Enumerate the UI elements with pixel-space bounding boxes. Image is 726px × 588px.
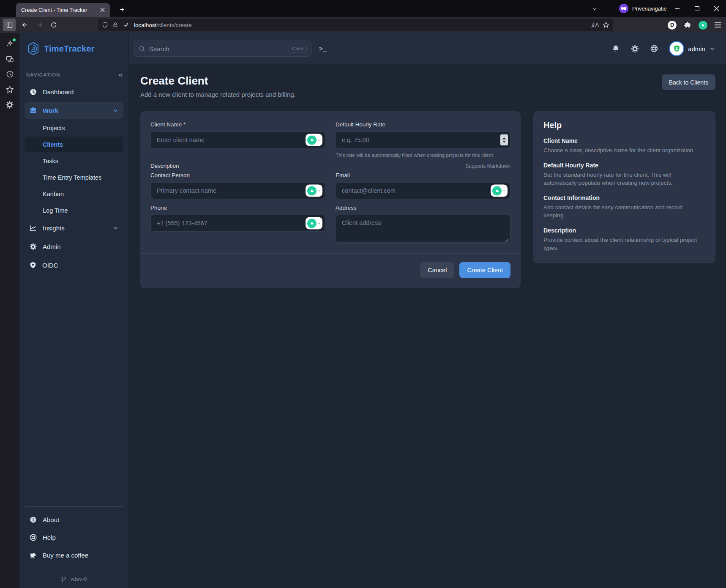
nordpass-autofill-icon[interactable] — [306, 134, 322, 146]
url-text[interactable]: localhost/clients/create — [134, 22, 587, 28]
back-icon[interactable] — [19, 19, 31, 31]
search-input[interactable] — [149, 45, 285, 52]
tracking-protection-shield-icon[interactable] — [102, 22, 108, 28]
bookmark-star-icon[interactable] — [603, 22, 609, 28]
url-bar[interactable]: localhost/clients/create 文A — [98, 19, 613, 31]
global-search[interactable]: Ctrl+/ — [134, 41, 311, 57]
sidebar-item-tasks[interactable]: Tasks — [25, 153, 123, 169]
resize-handle-icon[interactable] — [505, 238, 509, 242]
history-clock-icon[interactable] — [5, 70, 14, 79]
number-spinner[interactable] — [500, 134, 508, 145]
extension-d-icon[interactable]: D — [668, 21, 677, 30]
window-maximize-button[interactable] — [687, 0, 707, 17]
browser-toolbar: localhost/clients/create 文A D — [0, 17, 726, 33]
sidebar-item-time-entry-templates[interactable]: Time Entry Templates — [25, 170, 123, 185]
settings-gear-icon[interactable] — [5, 100, 14, 109]
phone-label: Phone — [150, 205, 325, 211]
new-tab-button[interactable]: + — [116, 4, 128, 16]
cancel-button[interactable]: Cancel — [420, 262, 454, 278]
hourly-rate-input[interactable] — [336, 131, 510, 148]
help-section-body: Add contact details for easy communicati… — [543, 203, 705, 220]
create-client-button[interactable]: Create Client — [459, 262, 510, 278]
synced-tabs-icon[interactable] — [5, 55, 14, 63]
user-menu[interactable]: admin — [669, 41, 715, 56]
forward-icon[interactable] — [33, 19, 46, 31]
browser-tab-bar: Create Client - Time Tracker + Privénavi… — [0, 0, 726, 17]
address-textarea[interactable] — [336, 215, 510, 243]
app-version: vdev-0 — [19, 572, 128, 582]
nordpass-autofill-icon[interactable] — [491, 185, 508, 197]
help-section-body: Choose a clear, descriptive name for the… — [543, 146, 705, 155]
sidebar-item-about[interactable]: About — [25, 511, 123, 528]
connection-lock-icon[interactable] — [112, 22, 119, 28]
firefox-sidebar-strip — [0, 33, 19, 588]
sidebar-item-log-time[interactable]: Log Time — [25, 202, 123, 218]
contact-person-label: Contact Person — [150, 172, 325, 178]
hourly-rate-helper: This rate will be automatically filled w… — [336, 152, 510, 158]
contact-person-input[interactable] — [150, 182, 325, 199]
sidebar-item-clients[interactable]: Clients — [25, 137, 123, 152]
notification-dot — [13, 38, 16, 41]
sidebar-item-projects[interactable]: Projects — [25, 120, 123, 136]
window-close-button[interactable] — [707, 0, 726, 17]
menu-hamburger-icon[interactable] — [715, 22, 721, 27]
sidebar-item-help[interactable]: Help — [25, 529, 123, 546]
tab-close-icon[interactable] — [98, 6, 106, 14]
user-name: admin — [688, 45, 705, 52]
client-name-input[interactable] — [150, 131, 325, 148]
chart-line-icon — [29, 224, 37, 232]
markdown-note: Supports Markdown — [465, 163, 510, 169]
globe-icon[interactable] — [650, 44, 658, 53]
bell-icon[interactable] — [611, 44, 620, 53]
search-shortcut-badge: Ctrl+/ — [289, 45, 307, 52]
help-section-body: Provide context about the client relatio… — [543, 236, 705, 252]
back-to-clients-button[interactable]: Back to Clients — [662, 74, 715, 90]
description-label: Description — [150, 163, 179, 169]
search-icon — [139, 45, 145, 52]
shield-icon — [29, 261, 37, 269]
help-section-title: Contact Information — [543, 194, 705, 201]
life-buoy-icon — [29, 533, 37, 542]
brand-name: TimeTracker — [44, 44, 95, 54]
bookmarks-star-icon[interactable] — [5, 85, 14, 94]
info-icon — [29, 516, 37, 524]
extensions-puzzle-icon[interactable] — [684, 21, 691, 29]
nordpass-extension-icon[interactable] — [699, 21, 707, 30]
gear-icon — [29, 243, 37, 251]
app-sidebar: TimeTracker NAVIGATION « Dashboard Work … — [19, 33, 129, 588]
briefcase-icon — [29, 107, 37, 115]
ai-sparkle-icon[interactable] — [5, 39, 14, 48]
sidebar-item-kanban[interactable]: Kanban — [25, 186, 123, 202]
dashboard-icon — [29, 88, 37, 96]
private-mask-icon — [619, 4, 628, 13]
sidebar-item-insights[interactable]: Insights — [25, 219, 123, 236]
permissions-icon[interactable] — [123, 22, 130, 28]
branch-icon — [61, 576, 67, 582]
sidebar-item-work[interactable]: Work — [25, 102, 123, 119]
browser-tab[interactable]: Create Client - Time Tracker — [16, 3, 110, 17]
gear-icon[interactable] — [630, 44, 639, 53]
reload-icon[interactable] — [47, 19, 60, 31]
help-title: Help — [543, 120, 705, 130]
help-section-body: Set the standard hourly rate for this cl… — [543, 171, 705, 187]
sidebar-item-admin[interactable]: Admin — [25, 238, 123, 255]
coffee-cup-icon — [29, 551, 37, 559]
sidebar-toggle-icon[interactable] — [3, 19, 16, 31]
chevron-down-icon — [709, 46, 715, 52]
sidebar-collapse-icon[interactable]: « — [119, 71, 123, 78]
nordpass-autofill-icon[interactable] — [306, 217, 322, 230]
app-header: Ctrl+/ >_ admin — [129, 33, 726, 64]
sidebar-item-buy-me-a-coffee[interactable]: Buy me a coffee — [25, 547, 123, 563]
sidebar-item-dashboard[interactable]: Dashboard — [25, 83, 123, 100]
email-input[interactable] — [336, 182, 510, 199]
nordpass-autofill-icon[interactable] — [306, 185, 322, 197]
phone-input[interactable] — [150, 215, 325, 232]
sidebar-item-oidc[interactable]: OIDC — [25, 257, 123, 273]
client-name-label: Client Name * — [150, 121, 325, 128]
help-section-title: Default Hourly Rate — [543, 162, 705, 169]
terminal-icon[interactable]: >_ — [319, 45, 327, 52]
window-minimize-button[interactable] — [668, 0, 687, 17]
address-label: Address — [336, 205, 510, 211]
translate-icon[interactable]: 文A — [591, 22, 598, 29]
list-tabs-chevron-icon[interactable] — [589, 4, 600, 14]
